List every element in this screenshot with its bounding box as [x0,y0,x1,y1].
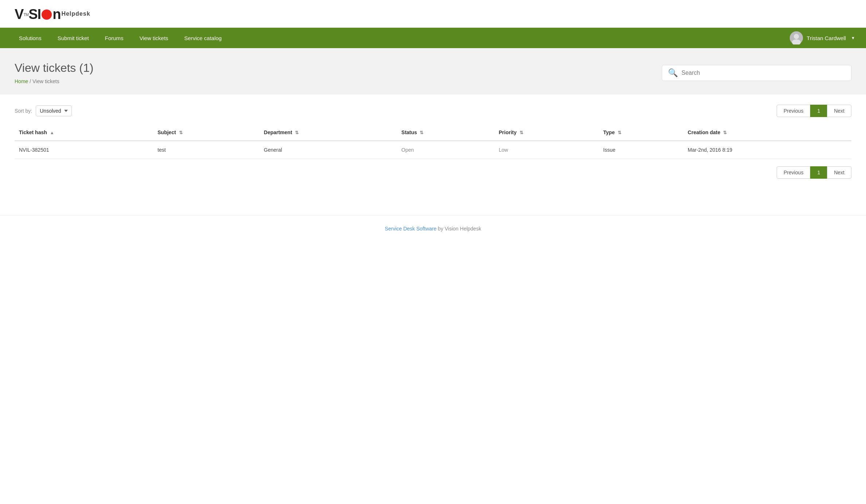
col-department[interactable]: Department ⇅ [260,124,397,141]
table-row[interactable]: NVIL-382501 test General Open Low Issue … [15,141,851,159]
logo-v: V [15,7,23,22]
sort-arrow-ticket-hash: ▲ [50,130,54,135]
cell-priority: Low [494,141,599,159]
nav-solutions[interactable]: Solutions [11,28,50,48]
cell-ticket-hash: NVIL-382501 [15,141,153,159]
col-status[interactable]: Status ⇅ [397,124,494,141]
sort-arrow-type: ⇅ [618,130,621,135]
page-title: View tickets (1) [15,61,93,75]
sort-arrow-status: ⇅ [420,130,423,135]
logo: VTM S I n Helpdesk [15,7,851,22]
sort-select[interactable]: Unsolved All Solved Pending [36,105,72,116]
cell-status: Open [397,141,494,159]
nav-forums[interactable]: Forums [97,28,132,48]
cell-department: General [260,141,397,159]
col-status-label: Status [401,129,417,135]
col-creation-date[interactable]: Creation date ⇅ [683,124,851,141]
main-content: Sort by: Unsolved All Solved Pending Pre… [0,94,866,193]
col-priority[interactable]: Priority ⇅ [494,124,599,141]
cell-subject: test [153,141,259,159]
previous-button-bottom[interactable]: Previous [777,166,810,179]
col-ticket-hash[interactable]: Ticket hash ▲ [15,124,153,141]
breadcrumb-separator: / [30,78,32,84]
col-type[interactable]: Type ⇅ [599,124,683,141]
pagination-bottom: Previous 1 Next [777,166,851,179]
breadcrumb-home[interactable]: Home [15,78,28,84]
breadcrumb: Home / View tickets [15,78,93,84]
pagination-top: Previous 1 Next [777,105,851,117]
previous-button-top[interactable]: Previous [777,105,810,117]
sort-bar-bottom: Previous 1 Next [15,166,851,179]
search-input[interactable] [681,70,845,76]
logo-bar: VTM S I n Helpdesk [0,0,866,28]
logo-n: n [53,7,61,22]
nav-caret: ▼ [851,36,855,40]
nav-submit-ticket[interactable]: Submit ticket [50,28,97,48]
nav-bar: Solutions Submit ticket Forums View tick… [0,28,866,48]
footer: Service Desk Software by Vision Helpdesk [0,215,866,242]
logo-s: S [28,7,37,22]
col-ticket-hash-label: Ticket hash [19,129,47,135]
sort-arrow-subject: ⇅ [179,130,183,135]
col-priority-label: Priority [499,129,517,135]
avatar [790,31,803,44]
nav-links: Solutions Submit ticket Forums View tick… [11,28,790,48]
logo-circle [42,9,52,20]
page-1-button-bottom[interactable]: 1 [810,166,827,179]
sort-bar-top: Sort by: Unsolved All Solved Pending Pre… [15,105,851,117]
col-subject[interactable]: Subject ⇅ [153,124,259,141]
next-button-bottom[interactable]: Next [827,166,851,179]
col-creation-date-label: Creation date [688,129,720,135]
nav-service-catalog[interactable]: Service catalog [176,28,230,48]
cell-creation-date: Mar-2nd, 2016 8:19 [683,141,851,159]
logo-i: I [38,7,41,22]
logo-tm: TM [23,12,28,17]
page-header: View tickets (1) Home / View tickets 🔍 [0,48,866,94]
ticket-table: Ticket hash ▲ Subject ⇅ Department ⇅ Sta… [15,124,851,159]
search-icon: 🔍 [668,68,678,78]
footer-link[interactable]: Service Desk Software [385,226,436,232]
svg-point-1 [794,34,799,39]
col-subject-label: Subject [158,129,176,135]
cell-type: Issue [599,141,683,159]
nav-user[interactable]: Tristan Cardwell ▼ [790,31,855,44]
sort-label: Sort by: [15,108,32,114]
search-box: 🔍 [662,65,851,81]
nav-view-tickets[interactable]: View tickets [131,28,176,48]
logo-text: VTM S I n [15,7,61,22]
col-department-label: Department [264,129,292,135]
sort-left: Sort by: Unsolved All Solved Pending [15,105,72,116]
page-1-button-top[interactable]: 1 [810,105,827,117]
footer-suffix: by Vision Helpdesk [436,226,481,232]
col-type-label: Type [603,129,615,135]
logo-subtitle: Helpdesk [61,11,90,17]
breadcrumb-current: View tickets [32,78,59,84]
table-header-row: Ticket hash ▲ Subject ⇅ Department ⇅ Sta… [15,124,851,141]
next-button-top[interactable]: Next [827,105,851,117]
sort-arrow-department: ⇅ [295,130,299,135]
nav-username: Tristan Cardwell [807,35,846,41]
page-header-left: View tickets (1) Home / View tickets [15,61,93,84]
sort-arrow-priority: ⇅ [520,130,523,135]
sort-arrow-creation-date: ⇅ [723,130,727,135]
